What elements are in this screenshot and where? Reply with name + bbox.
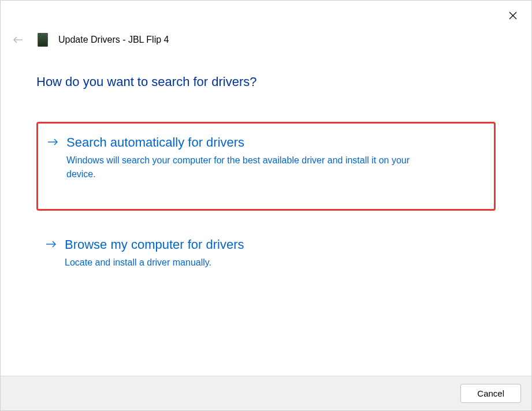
back-button xyxy=(11,33,25,47)
arrow-right-icon xyxy=(47,136,58,149)
dialog-header: Update Drivers - JBL Flip 4 xyxy=(1,1,531,47)
option-first-line: Browse my computer for drivers xyxy=(46,237,485,252)
dialog-title: Update Drivers - JBL Flip 4 xyxy=(58,35,169,45)
arrow-right-icon xyxy=(46,238,57,251)
option-title: Search automatically for drivers xyxy=(66,135,244,150)
close-icon xyxy=(509,12,517,20)
close-button[interactable] xyxy=(505,8,521,24)
option-description: Locate and install a driver manually. xyxy=(65,256,434,270)
back-arrow-icon xyxy=(13,36,23,44)
dialog-footer: Cancel xyxy=(1,376,531,410)
dialog-content: How do you want to search for drivers? S… xyxy=(1,47,531,376)
option-search-automatically[interactable]: Search automatically for drivers Windows… xyxy=(36,122,496,211)
option-description: Windows will search your computer for th… xyxy=(66,154,436,181)
option-first-line: Search automatically for drivers xyxy=(47,135,483,150)
content-heading: How do you want to search for drivers? xyxy=(36,74,496,89)
option-title: Browse my computer for drivers xyxy=(65,237,244,252)
device-icon xyxy=(38,33,48,47)
cancel-button[interactable]: Cancel xyxy=(460,384,521,403)
option-browse-computer[interactable]: Browse my computer for drivers Locate an… xyxy=(36,228,496,285)
update-drivers-dialog: Update Drivers - JBL Flip 4 How do you w… xyxy=(0,0,532,411)
